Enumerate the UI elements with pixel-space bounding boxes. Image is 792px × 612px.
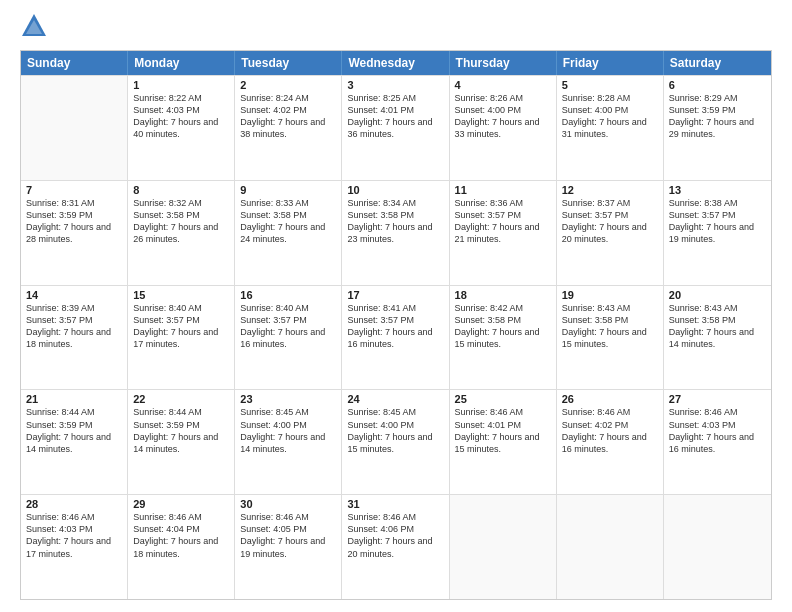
day-number: 16 [240,289,336,301]
calendar-header: SundayMondayTuesdayWednesdayThursdayFrid… [21,51,771,75]
day-number: 23 [240,393,336,405]
cal-cell: 14Sunrise: 8:39 AMSunset: 3:57 PMDayligh… [21,286,128,390]
day-number: 10 [347,184,443,196]
cell-detail: Sunrise: 8:43 AMSunset: 3:58 PMDaylight:… [562,302,658,351]
cal-row-4: 28Sunrise: 8:46 AMSunset: 4:03 PMDayligh… [21,494,771,599]
day-number: 3 [347,79,443,91]
cell-detail: Sunrise: 8:40 AMSunset: 3:57 PMDaylight:… [133,302,229,351]
cal-cell: 17Sunrise: 8:41 AMSunset: 3:57 PMDayligh… [342,286,449,390]
cal-cell: 21Sunrise: 8:44 AMSunset: 3:59 PMDayligh… [21,390,128,494]
day-number: 13 [669,184,766,196]
cal-cell: 8Sunrise: 8:32 AMSunset: 3:58 PMDaylight… [128,181,235,285]
day-number: 9 [240,184,336,196]
day-number: 20 [669,289,766,301]
day-header-tuesday: Tuesday [235,51,342,75]
cal-cell: 22Sunrise: 8:44 AMSunset: 3:59 PMDayligh… [128,390,235,494]
cal-cell: 10Sunrise: 8:34 AMSunset: 3:58 PMDayligh… [342,181,449,285]
cell-detail: Sunrise: 8:43 AMSunset: 3:58 PMDaylight:… [669,302,766,351]
cal-row-2: 14Sunrise: 8:39 AMSunset: 3:57 PMDayligh… [21,285,771,390]
calendar-body: 1Sunrise: 8:22 AMSunset: 4:03 PMDaylight… [21,75,771,599]
cal-cell: 27Sunrise: 8:46 AMSunset: 4:03 PMDayligh… [664,390,771,494]
cell-detail: Sunrise: 8:46 AMSunset: 4:03 PMDaylight:… [669,406,766,455]
cal-cell: 16Sunrise: 8:40 AMSunset: 3:57 PMDayligh… [235,286,342,390]
calendar: SundayMondayTuesdayWednesdayThursdayFrid… [20,50,772,600]
cal-cell: 4Sunrise: 8:26 AMSunset: 4:00 PMDaylight… [450,76,557,180]
day-number: 14 [26,289,122,301]
day-number: 12 [562,184,658,196]
cell-detail: Sunrise: 8:39 AMSunset: 3:57 PMDaylight:… [26,302,122,351]
cal-row-1: 7Sunrise: 8:31 AMSunset: 3:59 PMDaylight… [21,180,771,285]
cal-cell: 3Sunrise: 8:25 AMSunset: 4:01 PMDaylight… [342,76,449,180]
cal-cell [557,495,664,599]
day-number: 6 [669,79,766,91]
cal-cell: 6Sunrise: 8:29 AMSunset: 3:59 PMDaylight… [664,76,771,180]
day-header-friday: Friday [557,51,664,75]
day-number: 29 [133,498,229,510]
cell-detail: Sunrise: 8:46 AMSunset: 4:02 PMDaylight:… [562,406,658,455]
day-number: 25 [455,393,551,405]
day-number: 18 [455,289,551,301]
day-header-sunday: Sunday [21,51,128,75]
header [20,16,772,40]
cell-detail: Sunrise: 8:44 AMSunset: 3:59 PMDaylight:… [26,406,122,455]
cell-detail: Sunrise: 8:26 AMSunset: 4:00 PMDaylight:… [455,92,551,141]
cell-detail: Sunrise: 8:41 AMSunset: 3:57 PMDaylight:… [347,302,443,351]
cell-detail: Sunrise: 8:31 AMSunset: 3:59 PMDaylight:… [26,197,122,246]
cal-cell: 20Sunrise: 8:43 AMSunset: 3:58 PMDayligh… [664,286,771,390]
cal-cell: 18Sunrise: 8:42 AMSunset: 3:58 PMDayligh… [450,286,557,390]
day-header-monday: Monday [128,51,235,75]
cal-cell: 13Sunrise: 8:38 AMSunset: 3:57 PMDayligh… [664,181,771,285]
cell-detail: Sunrise: 8:28 AMSunset: 4:00 PMDaylight:… [562,92,658,141]
page: SundayMondayTuesdayWednesdayThursdayFrid… [0,0,792,612]
day-header-thursday: Thursday [450,51,557,75]
cal-cell: 31Sunrise: 8:46 AMSunset: 4:06 PMDayligh… [342,495,449,599]
cal-cell: 2Sunrise: 8:24 AMSunset: 4:02 PMDaylight… [235,76,342,180]
cal-cell: 30Sunrise: 8:46 AMSunset: 4:05 PMDayligh… [235,495,342,599]
cal-cell: 23Sunrise: 8:45 AMSunset: 4:00 PMDayligh… [235,390,342,494]
cell-detail: Sunrise: 8:38 AMSunset: 3:57 PMDaylight:… [669,197,766,246]
cal-cell: 28Sunrise: 8:46 AMSunset: 4:03 PMDayligh… [21,495,128,599]
cell-detail: Sunrise: 8:40 AMSunset: 3:57 PMDaylight:… [240,302,336,351]
cell-detail: Sunrise: 8:36 AMSunset: 3:57 PMDaylight:… [455,197,551,246]
cal-cell: 25Sunrise: 8:46 AMSunset: 4:01 PMDayligh… [450,390,557,494]
cal-cell: 12Sunrise: 8:37 AMSunset: 3:57 PMDayligh… [557,181,664,285]
day-number: 17 [347,289,443,301]
cell-detail: Sunrise: 8:32 AMSunset: 3:58 PMDaylight:… [133,197,229,246]
cal-cell: 26Sunrise: 8:46 AMSunset: 4:02 PMDayligh… [557,390,664,494]
day-number: 30 [240,498,336,510]
cal-cell [664,495,771,599]
cell-detail: Sunrise: 8:46 AMSunset: 4:05 PMDaylight:… [240,511,336,560]
cell-detail: Sunrise: 8:46 AMSunset: 4:03 PMDaylight:… [26,511,122,560]
cal-cell: 1Sunrise: 8:22 AMSunset: 4:03 PMDaylight… [128,76,235,180]
day-number: 4 [455,79,551,91]
cell-detail: Sunrise: 8:44 AMSunset: 3:59 PMDaylight:… [133,406,229,455]
day-number: 5 [562,79,658,91]
cell-detail: Sunrise: 8:37 AMSunset: 3:57 PMDaylight:… [562,197,658,246]
day-number: 21 [26,393,122,405]
cal-cell [450,495,557,599]
day-number: 11 [455,184,551,196]
cal-row-0: 1Sunrise: 8:22 AMSunset: 4:03 PMDaylight… [21,75,771,180]
cal-cell: 9Sunrise: 8:33 AMSunset: 3:58 PMDaylight… [235,181,342,285]
cell-detail: Sunrise: 8:46 AMSunset: 4:06 PMDaylight:… [347,511,443,560]
day-number: 27 [669,393,766,405]
cell-detail: Sunrise: 8:34 AMSunset: 3:58 PMDaylight:… [347,197,443,246]
cell-detail: Sunrise: 8:42 AMSunset: 3:58 PMDaylight:… [455,302,551,351]
cell-detail: Sunrise: 8:24 AMSunset: 4:02 PMDaylight:… [240,92,336,141]
day-number: 22 [133,393,229,405]
cell-detail: Sunrise: 8:33 AMSunset: 3:58 PMDaylight:… [240,197,336,246]
cal-cell: 7Sunrise: 8:31 AMSunset: 3:59 PMDaylight… [21,181,128,285]
logo-icon [20,12,48,40]
cal-cell: 15Sunrise: 8:40 AMSunset: 3:57 PMDayligh… [128,286,235,390]
day-number: 28 [26,498,122,510]
day-number: 8 [133,184,229,196]
day-number: 7 [26,184,122,196]
cal-cell: 29Sunrise: 8:46 AMSunset: 4:04 PMDayligh… [128,495,235,599]
day-number: 2 [240,79,336,91]
cell-detail: Sunrise: 8:46 AMSunset: 4:01 PMDaylight:… [455,406,551,455]
day-number: 15 [133,289,229,301]
cell-detail: Sunrise: 8:25 AMSunset: 4:01 PMDaylight:… [347,92,443,141]
day-number: 24 [347,393,443,405]
logo [20,16,50,40]
cell-detail: Sunrise: 8:29 AMSunset: 3:59 PMDaylight:… [669,92,766,141]
